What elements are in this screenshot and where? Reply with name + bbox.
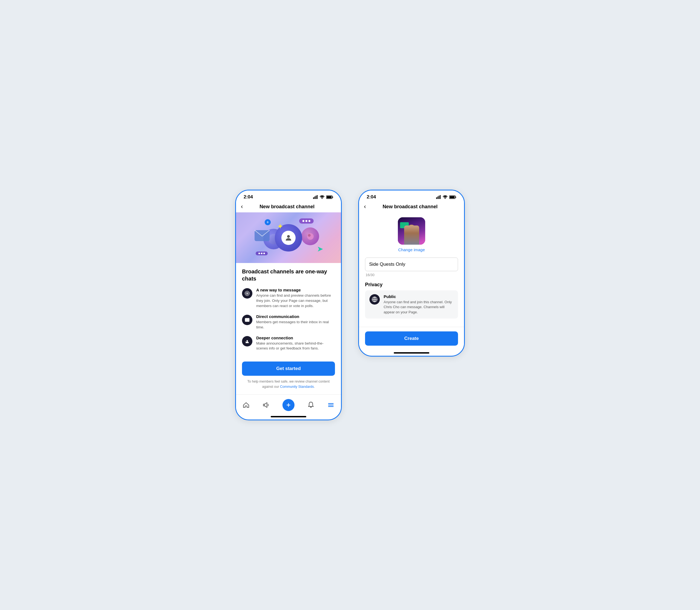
- hero-plus-icon: +: [265, 219, 271, 225]
- battery-icon-2: [449, 195, 456, 199]
- back-button-2[interactable]: ‹: [364, 204, 366, 210]
- privacy-option-public[interactable]: Public Anyone can find and join this cha…: [365, 290, 458, 319]
- feature-text-direct: Direct communication Members get message…: [256, 314, 335, 330]
- feature-text-messaging: A new way to message Anyone can find and…: [256, 288, 335, 309]
- svg-point-13: [247, 293, 248, 294]
- svg-rect-24: [438, 196, 439, 199]
- community-standards-link[interactable]: Community Standards: [280, 385, 314, 389]
- hero-star-icon: ✦: [277, 222, 283, 231]
- get-started-button[interactable]: Get started: [242, 362, 335, 376]
- create-button[interactable]: Create: [365, 332, 458, 346]
- hero-mail-icon: [254, 230, 270, 242]
- avatar-area: Change image: [359, 212, 464, 255]
- svg-rect-22: [436, 197, 437, 199]
- avatar-silhouette: [404, 225, 419, 245]
- privacy-text: Public Anyone can find and join this cha…: [384, 294, 454, 315]
- feature-item-messaging: A new way to message Anyone can find and…: [242, 288, 335, 309]
- svg-rect-29: [455, 196, 456, 198]
- signal-icon-2: [436, 195, 441, 199]
- avatar-person: [398, 217, 425, 245]
- status-icons-1: [313, 195, 333, 199]
- svg-rect-23: [437, 196, 438, 199]
- status-time-1: 2:04: [244, 194, 253, 200]
- hero-orb-right: [301, 227, 319, 245]
- svg-point-10: [307, 233, 314, 240]
- channel-name-area: 16/30: [359, 255, 464, 278]
- privacy-title: Privacy: [365, 282, 458, 288]
- section-title-1: Broadcast channels are one-way chats: [242, 268, 335, 282]
- bottom-nav: [236, 394, 341, 414]
- home-icon: [243, 401, 250, 408]
- status-bar-1: 2:04: [236, 191, 341, 202]
- svg-rect-6: [327, 196, 332, 198]
- megaphone-icon: [263, 401, 270, 408]
- char-count: 16/30: [366, 273, 458, 277]
- direct-icon: [242, 315, 252, 325]
- status-icons-2: [436, 195, 456, 199]
- svg-point-26: [445, 198, 446, 199]
- messaging-icon: [242, 288, 252, 299]
- nav-megaphone[interactable]: [259, 400, 273, 410]
- svg-point-16: [247, 340, 248, 341]
- wifi-icon-1: [320, 195, 324, 199]
- back-button-1[interactable]: ‹: [241, 204, 243, 210]
- feature-item-direct: Direct communication Members get message…: [242, 314, 335, 330]
- plus-circle: [282, 399, 295, 411]
- create-button-area: Create: [359, 327, 464, 351]
- svg-point-4: [322, 198, 322, 199]
- globe-icon: [369, 294, 380, 305]
- svg-rect-0: [313, 197, 314, 199]
- hero-content: + ✦: [236, 212, 341, 263]
- svg-rect-28: [450, 196, 455, 198]
- hero-arrow-icon: ➤: [317, 244, 323, 253]
- nav-menu[interactable]: [324, 400, 338, 410]
- phone-1: 2:04: [235, 190, 342, 420]
- nav-title-2: New broadcast channel: [369, 204, 451, 210]
- plus-icon: [285, 402, 291, 408]
- svg-rect-7: [333, 196, 333, 198]
- phone-2: 2:04: [358, 190, 465, 357]
- home-indicator-2: [394, 352, 429, 354]
- bell-icon: [307, 401, 314, 408]
- phone1-content: Broadcast channels are one-way chats A n…: [236, 263, 341, 351]
- nav-home[interactable]: [239, 400, 253, 410]
- cta-area: Get started To help members feel safe, w…: [236, 357, 341, 392]
- svg-rect-1: [314, 196, 315, 199]
- battery-icon-1: [326, 195, 333, 199]
- phones-container: 2:04: [235, 190, 465, 420]
- channel-name-input[interactable]: [365, 258, 458, 271]
- svg-point-9: [287, 235, 290, 238]
- nav-plus[interactable]: [279, 398, 298, 412]
- feature-text-deeper: Deeper connection Make announcements, sh…: [256, 336, 335, 351]
- nav-bell[interactable]: [304, 400, 318, 410]
- svg-rect-25: [440, 195, 441, 199]
- status-bar-2: 2:04: [359, 191, 464, 202]
- wifi-icon-2: [443, 195, 448, 199]
- nav-bar-2: ‹ New broadcast channel: [359, 202, 464, 212]
- menu-icon: [327, 401, 334, 408]
- svg-point-11: [308, 234, 311, 237]
- disclaimer-text: To help members feel safe, we review cha…: [242, 379, 335, 389]
- privacy-section: Privacy Public Anyone can find and join …: [359, 278, 464, 321]
- status-time-2: 2:04: [367, 194, 376, 200]
- avatar-image[interactable]: [398, 217, 425, 245]
- deeper-icon: [242, 336, 252, 347]
- hero-banner: + ✦: [236, 212, 341, 263]
- svg-rect-2: [316, 196, 316, 199]
- change-image-link[interactable]: Change image: [398, 247, 425, 252]
- user-icon: [281, 231, 296, 245]
- feature-item-deeper: Deeper connection Make announcements, sh…: [242, 336, 335, 351]
- nav-bar-1: ‹ New broadcast channel: [236, 202, 341, 212]
- nav-title-1: New broadcast channel: [246, 204, 328, 210]
- svg-rect-3: [317, 195, 318, 199]
- signal-icon-1: [313, 195, 318, 199]
- hero-chat-bubble-2: [256, 252, 268, 255]
- hero-chat-bubble: [299, 219, 314, 224]
- home-indicator-1: [271, 416, 306, 417]
